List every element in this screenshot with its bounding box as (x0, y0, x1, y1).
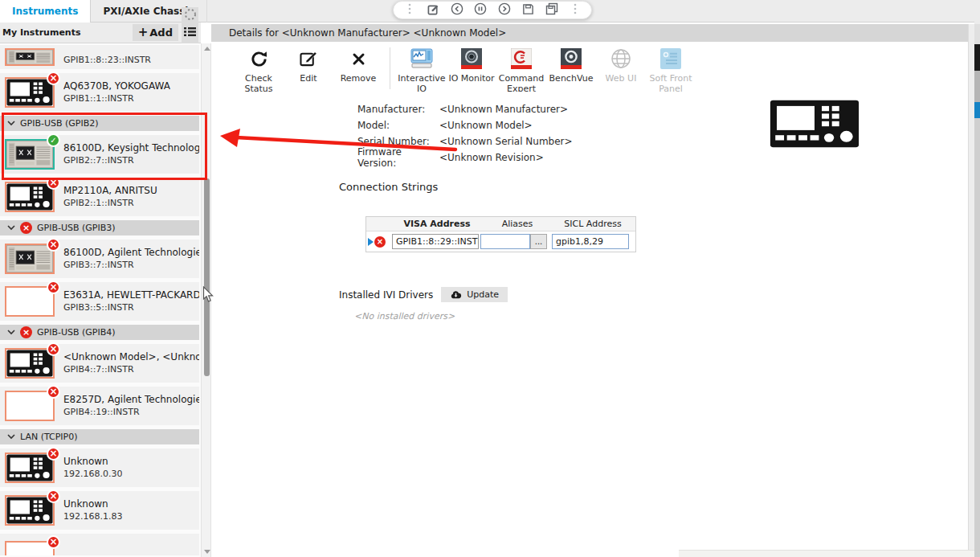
instrument-thumbnail-art (6, 141, 53, 168)
instrument-list-item[interactable] (0, 534, 199, 555)
scroll-up-icon[interactable] (204, 47, 210, 51)
toolbar-button-interactive-io[interactable]: Interactive IO (397, 47, 447, 94)
detail-field-value: <Unknown Model> (439, 120, 533, 131)
toolbar-button-remove[interactable]: Remove (333, 47, 383, 84)
toolbar-button-io-monitor[interactable]: IO Monitor (447, 47, 496, 84)
no-installed-drivers-text: <No installed drivers> (354, 311, 455, 322)
instrument-item-86100d[interactable]: 86100D, Agilent Technologies GPIB3::7::I… (0, 240, 199, 278)
group-header-lan-tcpip0[interactable]: LAN (TCPIP0) (0, 429, 199, 444)
instrument-item-unknown[interactable]: Unknown 192.168.0.30 (0, 448, 199, 487)
previous-button[interactable] (449, 2, 465, 18)
io-monitor-icon (461, 47, 482, 70)
visa-address-value[interactable]: GPIB1::8::29::INSTR (392, 234, 479, 249)
group-label: GPIB-USB (GPIB2) (20, 118, 99, 129)
scroll-down-icon[interactable] (204, 550, 210, 554)
instrument-item-e3631a[interactable]: E3631A, HEWLETT-PACKARD GPIB3::5::INSTR (0, 282, 199, 321)
rec-edit-icon (427, 3, 439, 18)
chevron-down-icon (7, 330, 15, 335)
instrument-address: GPIB2::1::INSTR (63, 198, 157, 209)
instrument-item-e8257d[interactable]: E8257D, Agilent Technologies GPIB4::19::… (0, 387, 199, 425)
status-badge (47, 342, 60, 356)
connection-expert-window: Instruments PXI/AXIe Chassis My Instrume… (0, 0, 980, 557)
save-all-button[interactable] (544, 2, 560, 18)
group-header-gpib-usb-gpib4[interactable]: GPIB-USB (GPIB4) (0, 325, 199, 340)
field-row-firmware-version: Firmware Version: <Unknown Revision> (357, 149, 573, 166)
sicl-address-value[interactable]: gpib1,8,29 (552, 234, 629, 249)
instrument-thumbnail (5, 286, 55, 317)
instrument-thumbnail (5, 495, 55, 526)
instrument-name: AQ6370B, YOKOGAWA (63, 80, 170, 93)
previous-icon (451, 2, 463, 18)
floating-recorder-toolbar[interactable] (393, 1, 592, 19)
instrument-address: GPIB1::8::23::INSTR (63, 55, 151, 66)
group-header-gpib-usb-gpib2[interactable]: GPIB-USB (GPIB2) (0, 116, 199, 131)
main-scrollbar[interactable] (968, 24, 974, 557)
instrument-thumbnail (5, 182, 55, 212)
update-drivers-button[interactable]: Update (441, 287, 508, 302)
rec-edit-button[interactable] (425, 2, 441, 18)
tab-instruments[interactable]: Instruments (0, 0, 91, 23)
status-badge (47, 535, 60, 549)
row-selector-icon (368, 238, 374, 246)
list-view-icon (184, 27, 196, 39)
interactive-io-icon (410, 47, 434, 70)
drag-handle-button[interactable] (567, 2, 583, 18)
sidebar-scrollbar[interactable] (201, 43, 211, 557)
instrument-item-unknown-model[interactable]: <Unknown Model>, <Unknown M... GPIB4::7:… (0, 344, 199, 383)
status-badge (47, 133, 60, 147)
remove-icon (352, 47, 365, 70)
toolbar-button-edit[interactable]: Edit (284, 47, 333, 84)
list-view-button[interactable] (182, 24, 198, 41)
instrument-thumbnail (5, 244, 55, 274)
save-button[interactable] (520, 2, 536, 18)
instrument-address: GPIB1::1::INSTR (63, 93, 170, 104)
instrument-thumbnail-art (6, 288, 53, 315)
status-badge (47, 385, 60, 399)
instrument-item-aq6370b[interactable]: AQ6370B, YOKOGAWA GPIB1::1::INSTR (0, 73, 199, 112)
pause-icon (474, 2, 487, 18)
next-icon (498, 2, 511, 18)
instrument-list-item[interactable]: GPIB1::8::23::INSTR (0, 45, 199, 69)
instrument-thumbnail (5, 139, 55, 170)
toolbar-button-soft-front-panel[interactable]: Soft Front Panel (646, 47, 696, 94)
scan-icon (184, 8, 197, 23)
add-instrument-button[interactable]: + Add (133, 24, 178, 41)
sidebar-scrollbar-thumb[interactable] (204, 178, 210, 376)
toolbar-button-benchvue[interactable]: BenchVue (546, 47, 596, 84)
status-bar-remnant (679, 550, 974, 557)
instrument-thumbnail-art (6, 350, 53, 377)
aliases-input[interactable] (480, 234, 530, 249)
screen-edge-strip (974, 0, 980, 557)
instrument-item-86100d[interactable]: 86100D, Keysight Technologies GPIB2::7::… (0, 135, 199, 174)
instrument-name: Unknown (63, 456, 122, 469)
instrument-address: GPIB4::19::INSTR (63, 407, 199, 418)
field-row-model: Model: <Unknown Model> (357, 117, 573, 133)
connection-strings-row[interactable]: GPIB1::8::29::INSTR ... gpib1,8,29 (366, 231, 635, 252)
instrument-address: GPIB3::5::INSTR (63, 302, 199, 313)
instrument-thumbnail-art (6, 392, 53, 420)
next-button[interactable] (496, 2, 512, 18)
save-icon (522, 3, 534, 18)
toolbar-button-web-ui[interactable]: Web UI (596, 47, 646, 84)
instrument-item-unknown[interactable]: Unknown 192.168.1.83 (0, 491, 199, 530)
group-header-gpib-usb-gpib3[interactable]: GPIB-USB (GPIB3) (0, 220, 199, 235)
chevron-down-icon (7, 121, 15, 126)
field-row-manufacturer: Manufacturer: <Unknown Manufacturer> (357, 101, 573, 117)
command-expert-icon (511, 47, 532, 70)
scan-button[interactable] (182, 7, 198, 24)
toolbar-separator (390, 47, 390, 89)
toolbar-button-check-status[interactable]: Check Status (234, 47, 284, 94)
drag-handle-button[interactable] (402, 2, 418, 18)
instrument-name: E8257D, Agilent Technologies (63, 394, 199, 407)
toolbar-button-command-expert[interactable]: Command Expert (496, 47, 546, 94)
pause-button[interactable] (472, 2, 488, 18)
row-error-icon (374, 236, 386, 248)
status-badge (47, 238, 60, 252)
group-error-icon (20, 326, 32, 338)
instrument-name: MP2110A, ANRITSU (63, 185, 157, 198)
instrument-item-mp2110a[interactable]: MP2110A, ANRITSU GPIB2::1::INSTR (0, 178, 199, 216)
aliases-browse-button[interactable]: ... (530, 234, 547, 249)
details-header: Details for <Unknown Manufacturer> <Unkn… (211, 24, 968, 42)
soft-front-panel-icon (660, 47, 681, 70)
edit-icon (300, 47, 318, 70)
